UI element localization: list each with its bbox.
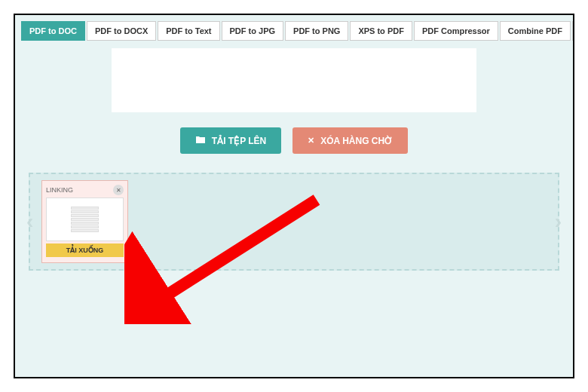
chevron-left-icon[interactable]: ‹: [26, 210, 33, 234]
content-area: PDF to DOC PDF to DOCX PDF to Text PDF t…: [15, 15, 573, 377]
tab-jpg-to-pdf[interactable]: JPG to PDF: [572, 21, 574, 41]
remove-file-button[interactable]: ✕: [113, 185, 124, 195]
file-queue: ‹ › LINKING ✕ TẢI XUỐNG: [29, 173, 559, 271]
action-buttons: TẢI TỆP LÊN ✕ XÓA HÀNG CHỜ: [21, 127, 567, 154]
file-card-header: LINKING ✕: [46, 185, 124, 195]
tab-pdf-to-jpg[interactable]: PDF to JPG: [222, 21, 284, 41]
close-icon: ✕: [308, 136, 314, 145]
tab-xps-to-pdf[interactable]: XPS to PDF: [350, 21, 412, 41]
chevron-right-icon[interactable]: ›: [555, 210, 562, 234]
file-name-label: LINKING: [46, 186, 73, 194]
clear-label: XÓA HÀNG CHỜ: [320, 136, 393, 146]
tab-combine-pdf[interactable]: Combine PDF: [500, 21, 571, 41]
preview-line: [71, 207, 99, 210]
preview-line: [71, 225, 99, 228]
preview-line: [71, 222, 99, 225]
tabs-bar: PDF to DOC PDF to DOCX PDF to Text PDF t…: [21, 21, 567, 41]
app-frame: PDF to DOC PDF to DOCX PDF to Text PDF t…: [14, 14, 574, 378]
tab-pdf-to-docx[interactable]: PDF to DOCX: [87, 21, 156, 41]
file-preview-thumbnail: [46, 198, 124, 241]
ad-placeholder: [112, 48, 476, 112]
preview-line: [71, 229, 99, 232]
tab-pdf-to-doc[interactable]: PDF to DOC: [21, 21, 85, 41]
download-button[interactable]: TẢI XUỐNG: [46, 243, 124, 257]
tab-pdf-to-png[interactable]: PDF to PNG: [285, 21, 348, 41]
tab-pdf-to-text[interactable]: PDF to Text: [158, 21, 219, 41]
tab-pdf-compressor[interactable]: PDF Compressor: [414, 21, 498, 41]
download-label: TẢI XUỐNG: [66, 247, 104, 254]
preview-line: [71, 210, 99, 213]
upload-button[interactable]: TẢI TỆP LÊN: [180, 127, 281, 154]
upload-label: TẢI TỆP LÊN: [212, 136, 266, 146]
preview-line: [71, 214, 99, 217]
preview-line: [71, 218, 99, 221]
folder-icon: [195, 135, 206, 146]
clear-queue-button[interactable]: ✕ XÓA HÀNG CHỜ: [292, 127, 408, 154]
file-card: LINKING ✕ TẢI XUỐNG: [41, 180, 128, 263]
